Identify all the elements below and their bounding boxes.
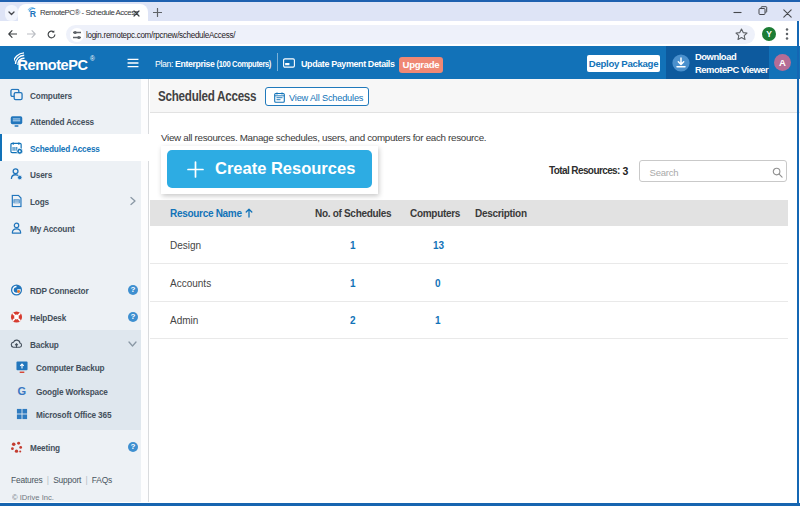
svg-text:®: ® (90, 55, 95, 62)
svg-text:R: R (29, 9, 36, 18)
svg-text:RemotePC: RemotePC (18, 57, 89, 73)
svg-text:G: G (17, 385, 26, 397)
